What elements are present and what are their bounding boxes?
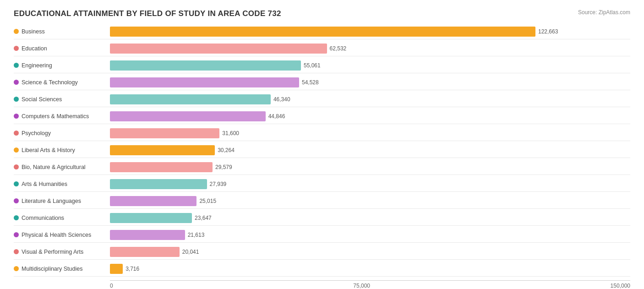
bar-value: 46,340 bbox=[273, 96, 290, 103]
bar-container: 29,579 bbox=[110, 162, 630, 172]
bar-label: Social Sciences bbox=[14, 96, 110, 103]
bar-value: 25,015 bbox=[199, 198, 216, 204]
bar-label: Multidisciplinary Studies bbox=[14, 266, 110, 272]
bar-label-text: Science & Technology bbox=[22, 79, 78, 86]
bar-container: 46,340 bbox=[110, 94, 630, 104]
bar-fill bbox=[110, 196, 196, 206]
bar-container: 54,528 bbox=[110, 77, 630, 87]
bar-label: Physical & Health Sciences bbox=[14, 232, 110, 238]
bar-value: 122,663 bbox=[538, 28, 558, 35]
bar-container: 27,939 bbox=[110, 179, 630, 189]
bar-row: Psychology 31,600 bbox=[14, 125, 630, 141]
bar-row: Bio, Nature & Agricultural 29,579 bbox=[14, 159, 630, 175]
bar-container: 122,663 bbox=[110, 27, 630, 37]
bar-label-text: Communications bbox=[22, 215, 64, 221]
bar-value: 20,041 bbox=[182, 249, 199, 255]
bar-row: Engineering 55,061 bbox=[14, 58, 630, 73]
bar-row: Literature & Languages 25,015 bbox=[14, 193, 630, 209]
bar-fill bbox=[110, 44, 327, 54]
bar-label: Engineering bbox=[14, 62, 110, 69]
bar-dot bbox=[14, 181, 19, 186]
bar-label: Literature & Languages bbox=[14, 198, 110, 204]
bar-container: 44,846 bbox=[110, 111, 630, 121]
bar-label: Communications bbox=[14, 215, 110, 221]
bar-label-text: Psychology bbox=[22, 130, 51, 136]
bar-fill bbox=[110, 230, 185, 240]
bar-container: 55,061 bbox=[110, 60, 630, 71]
bar-row: Arts & Humanities 27,939 bbox=[14, 176, 630, 192]
bar-fill bbox=[110, 60, 301, 71]
bar-fill bbox=[110, 264, 123, 274]
bar-dot bbox=[14, 249, 19, 254]
bar-row: Visual & Performing Arts 20,041 bbox=[14, 244, 630, 260]
bar-fill bbox=[110, 162, 213, 172]
bar-label-text: Multidisciplinary Studies bbox=[22, 266, 82, 272]
bar-row: Liberal Arts & History 30,264 bbox=[14, 142, 630, 158]
x-axis-labels: 075,000150,000 bbox=[110, 283, 630, 289]
bar-container: 31,600 bbox=[110, 128, 630, 138]
bar-fill bbox=[110, 111, 266, 121]
bar-fill bbox=[110, 179, 207, 189]
bar-value: 29,579 bbox=[215, 164, 232, 170]
bar-label: Liberal Arts & History bbox=[14, 147, 110, 153]
bar-dot bbox=[14, 29, 19, 34]
bar-row: Science & Technology 54,528 bbox=[14, 75, 630, 90]
bar-value: 62,532 bbox=[330, 45, 347, 52]
bar-container: 25,015 bbox=[110, 196, 630, 206]
bar-value: 23,647 bbox=[195, 215, 212, 221]
bar-fill bbox=[110, 213, 192, 223]
bar-fill bbox=[110, 128, 219, 138]
bar-value: 55,061 bbox=[304, 62, 321, 69]
x-tick: 0 bbox=[110, 283, 113, 289]
bar-container: 23,647 bbox=[110, 213, 630, 223]
bar-label-text: Engineering bbox=[22, 62, 52, 69]
bar-row: Social Sciences 46,340 bbox=[14, 92, 630, 107]
bar-label-text: Social Sciences bbox=[22, 96, 62, 103]
bar-row: Communications 23,647 bbox=[14, 210, 630, 226]
bar-label: Science & Technology bbox=[14, 79, 110, 86]
chart-title: EDUCATIONAL ATTAINMENT BY FIELD OF STUDY… bbox=[14, 9, 281, 18]
bar-container: 20,041 bbox=[110, 247, 630, 257]
x-axis bbox=[110, 280, 630, 281]
bar-fill bbox=[110, 94, 271, 104]
bar-fill bbox=[110, 247, 180, 257]
bar-value: 3,716 bbox=[126, 266, 139, 272]
x-tick: 150,000 bbox=[611, 283, 630, 289]
bar-value: 31,600 bbox=[222, 130, 239, 136]
bar-dot bbox=[14, 164, 19, 169]
bar-container: 21,613 bbox=[110, 230, 630, 240]
bar-container: 30,264 bbox=[110, 145, 630, 155]
bar-label: Computers & Mathematics bbox=[14, 113, 110, 120]
x-tick: 75,000 bbox=[113, 283, 611, 289]
bar-label-text: Bio, Nature & Agricultural bbox=[22, 164, 86, 170]
bar-value: 44,846 bbox=[268, 113, 285, 120]
bar-label: Psychology bbox=[14, 130, 110, 136]
bar-fill bbox=[110, 77, 299, 87]
bar-dot bbox=[14, 215, 19, 220]
bar-label: Visual & Performing Arts bbox=[14, 249, 110, 255]
source-label: Source: ZipAtlas.com bbox=[578, 9, 630, 16]
bar-label: Education bbox=[14, 45, 110, 52]
bar-dot bbox=[14, 198, 19, 203]
bar-label-text: Visual & Performing Arts bbox=[22, 249, 83, 255]
bar-label-text: Liberal Arts & History bbox=[22, 147, 75, 153]
bar-label: Arts & Humanities bbox=[14, 181, 110, 187]
bar-label-text: Arts & Humanities bbox=[22, 181, 67, 187]
bar-label: Business bbox=[14, 28, 110, 35]
bar-dot bbox=[14, 232, 19, 237]
bar-container: 3,716 bbox=[110, 264, 630, 274]
bar-row: Multidisciplinary Studies 3,716 bbox=[14, 261, 630, 277]
bar-label-text: Education bbox=[22, 45, 47, 52]
bar-dot bbox=[14, 266, 19, 271]
bar-row: Business 122,663 bbox=[14, 24, 630, 39]
bar-dot bbox=[14, 114, 19, 119]
bar-dot bbox=[14, 147, 19, 153]
bar-value: 27,939 bbox=[210, 181, 227, 187]
bar-value: 54,528 bbox=[302, 79, 319, 86]
bar-row: Physical & Health Sciences 21,613 bbox=[14, 227, 630, 243]
bar-dot bbox=[14, 97, 19, 102]
bar-value: 21,613 bbox=[188, 232, 205, 238]
bar-fill bbox=[110, 145, 215, 155]
bar-dot bbox=[14, 46, 19, 51]
bar-value: 30,264 bbox=[218, 147, 235, 153]
